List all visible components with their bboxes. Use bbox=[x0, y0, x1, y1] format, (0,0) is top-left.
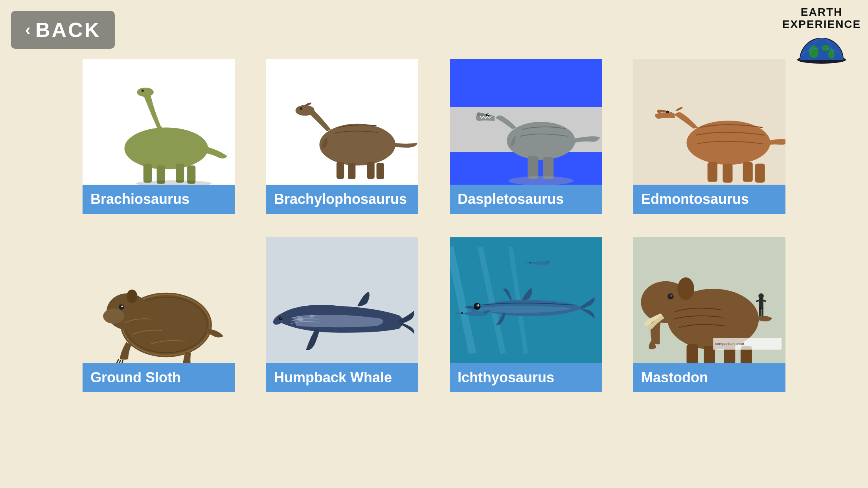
svg-rect-22 bbox=[367, 162, 374, 179]
svg-point-59 bbox=[670, 294, 673, 297]
svg-rect-34 bbox=[743, 162, 753, 182]
svg-rect-33 bbox=[723, 163, 732, 182]
logo-text: EARTH EXPERIENCE bbox=[782, 6, 861, 31]
svg-point-40 bbox=[103, 308, 124, 324]
svg-rect-12 bbox=[143, 163, 152, 182]
svg-point-10 bbox=[137, 88, 154, 97]
humpback-whale-label: Humpback Whale bbox=[266, 363, 418, 392]
ichthyosaurus-image bbox=[450, 237, 602, 363]
animal-card-brachiosaurus[interactable]: Brachiosaurus bbox=[83, 59, 235, 214]
svg-point-54 bbox=[530, 262, 531, 264]
mastodon-image: comparison chart bbox=[633, 237, 785, 363]
animal-card-mastodon[interactable]: comparison chart Mastodon bbox=[633, 237, 785, 392]
svg-text:comparison chart: comparison chart bbox=[715, 341, 744, 346]
logo: EARTH EXPERIENCE bbox=[786, 6, 857, 69]
svg-rect-35 bbox=[755, 163, 765, 182]
svg-rect-65 bbox=[759, 298, 763, 309]
animal-card-ground-sloth[interactable]: Ground Sloth bbox=[83, 237, 235, 392]
svg-point-29 bbox=[509, 176, 573, 185]
animal-card-edmontosaurus[interactable]: Edmontosaurus bbox=[633, 59, 785, 214]
svg-point-47 bbox=[309, 315, 314, 318]
ichthyosaurus-label: Ichthyosaurus bbox=[450, 363, 602, 392]
svg-rect-32 bbox=[708, 162, 717, 182]
svg-point-53 bbox=[461, 312, 463, 314]
animal-card-humpback-whale[interactable]: Humpback Whale bbox=[266, 237, 418, 392]
edmontosaurus-label: Edmontosaurus bbox=[633, 185, 785, 214]
back-button[interactable]: ‹ BACK bbox=[11, 11, 115, 49]
ground-sloth-image bbox=[83, 237, 235, 363]
svg-point-18 bbox=[295, 105, 314, 116]
animal-grid: Brachiosaurus bbox=[83, 59, 785, 392]
svg-rect-21 bbox=[348, 163, 355, 179]
svg-point-17 bbox=[319, 124, 395, 165]
edmontosaurus-image bbox=[633, 59, 785, 185]
brachiosaurus-label: Brachiosaurus bbox=[83, 185, 235, 214]
animal-card-brachylophosaurus[interactable]: Brachylophosaurus bbox=[266, 59, 418, 214]
svg-point-26 bbox=[487, 114, 489, 115]
svg-rect-28 bbox=[543, 157, 554, 179]
animal-card-daspletosaurus[interactable]: Daspletosaurus bbox=[450, 59, 602, 214]
back-label: BACK bbox=[35, 18, 101, 42]
svg-point-42 bbox=[121, 306, 123, 307]
mastodon-label: Mastodon bbox=[633, 363, 785, 392]
svg-point-9 bbox=[124, 128, 208, 169]
svg-rect-27 bbox=[528, 156, 538, 179]
svg-point-43 bbox=[127, 290, 137, 303]
svg-point-68 bbox=[758, 294, 764, 299]
svg-point-6 bbox=[828, 49, 835, 59]
brachylophosaurus-label: Brachylophosaurus bbox=[266, 185, 418, 214]
daspletosaurus-image bbox=[450, 59, 602, 185]
svg-point-45 bbox=[280, 317, 282, 319]
animal-card-ichthyosaurus[interactable]: Ichthyosaurus bbox=[450, 237, 602, 392]
svg-rect-61 bbox=[686, 344, 698, 363]
svg-point-31 bbox=[666, 110, 669, 113]
brachylophosaurus-image bbox=[266, 59, 418, 185]
svg-rect-20 bbox=[337, 162, 344, 179]
svg-point-52 bbox=[478, 305, 479, 306]
logo-globe-icon bbox=[796, 32, 847, 64]
svg-rect-67 bbox=[761, 308, 763, 316]
brachiosaurus-image bbox=[83, 59, 235, 185]
svg-point-11 bbox=[142, 90, 144, 92]
svg-rect-23 bbox=[377, 163, 384, 179]
humpback-whale-image bbox=[266, 237, 418, 363]
svg-point-60 bbox=[677, 277, 694, 300]
svg-point-24 bbox=[507, 122, 575, 160]
ground-sloth-label: Ground Sloth bbox=[83, 363, 235, 392]
svg-rect-66 bbox=[759, 308, 761, 316]
chevron-left-icon: ‹ bbox=[25, 22, 31, 38]
svg-point-19 bbox=[300, 107, 302, 110]
daspletosaurus-label: Daspletosaurus bbox=[450, 185, 602, 214]
svg-rect-14 bbox=[176, 163, 184, 182]
svg-point-41 bbox=[119, 305, 124, 310]
